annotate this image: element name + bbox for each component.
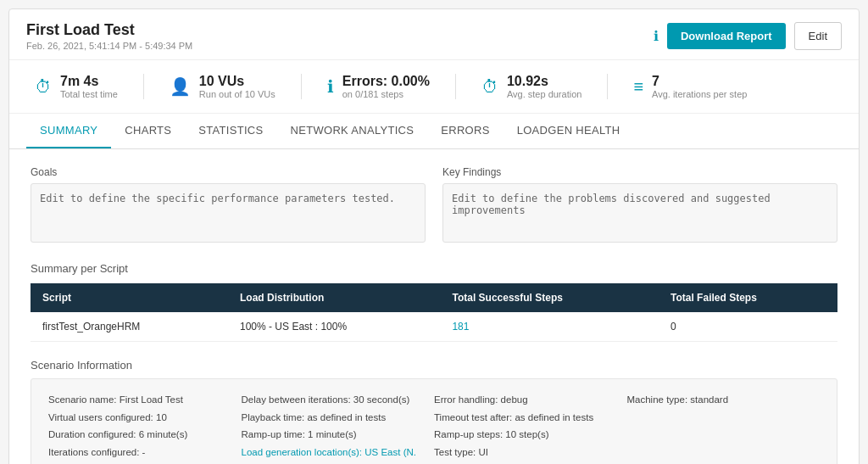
goals-label: Goals <box>31 166 426 178</box>
scenario-item: Duration configured: 6 minute(s) <box>48 426 242 444</box>
col-load-distribution: Load Distribution <box>228 283 440 312</box>
header-left: First Load Test Feb. 26, 2021, 5:41:14 P… <box>26 21 192 51</box>
scenario-item: Virtual users configured: 10 <box>48 409 242 427</box>
header-right: ℹ Download Report Edit <box>654 22 842 50</box>
tabs-bar: SUMMARY CHARTS STATISTICS NETWORK ANALYT… <box>9 114 859 149</box>
stat-value-total-test-time: 7m 4s <box>60 74 118 89</box>
tab-loadgen-health[interactable]: LOADGEN HEALTH <box>504 114 634 148</box>
scenario-item: Test type: UI <box>434 444 627 461</box>
stat-total-test-time: ⏱ 7m 4s Total test time <box>35 74 144 99</box>
scenario-item: Error handling: debug <box>434 391 627 409</box>
scenario-box: Scenario name: First Load Test Virtual u… <box>31 378 837 464</box>
stat-avg-step-duration: ⏱ 10.92s Avg. step duration <box>456 74 608 99</box>
scenario-col-2: Delay between iterations: 30 second(s) P… <box>242 391 435 464</box>
stat-label-virtual-users: Run out of 10 VUs <box>199 89 275 99</box>
users-icon: 👤 <box>170 76 191 97</box>
scenario-title: Scenario Information <box>31 359 837 372</box>
scenario-section: Scenario Information Scenario name: Firs… <box>31 359 837 464</box>
scenario-item: Scenario name: First Load Test <box>48 391 242 409</box>
cell-successful-steps: 181 <box>440 312 659 342</box>
col-failed-steps: Total Failed Steps <box>659 283 837 312</box>
highlight-text: Load generation location(s): US East (N.… <box>242 447 416 464</box>
stat-value-avg-step-duration: 10.92s <box>507 74 581 89</box>
page-title: First Load Test <box>26 21 192 39</box>
stat-value-errors: Errors: 0.00% <box>342 74 430 89</box>
header: First Load Test Feb. 26, 2021, 5:41:14 P… <box>9 9 859 60</box>
edit-button[interactable]: Edit <box>794 22 842 50</box>
col-script: Script <box>31 283 228 312</box>
stat-value-avg-iterations: 7 <box>652 74 747 89</box>
stat-label-avg-iterations: Avg. iterations per step <box>652 89 747 99</box>
stat-label-avg-step-duration: Avg. step duration <box>507 89 581 99</box>
tab-summary[interactable]: SUMMARY <box>26 114 111 148</box>
tab-charts[interactable]: CHARTS <box>111 114 185 148</box>
cell-script: firstTest_OrangeHRM <box>31 312 228 342</box>
download-report-button[interactable]: Download Report <box>667 23 786 49</box>
error-icon: ℹ <box>327 76 334 97</box>
stat-virtual-users: 👤 10 VUs Run out of 10 VUs <box>144 74 302 99</box>
col-successful-steps: Total Successful Steps <box>440 283 659 312</box>
table-row: firstTest_OrangeHRM 100% - US East : 100… <box>31 312 837 342</box>
scenario-item: Delay between iterations: 30 second(s) <box>242 391 435 409</box>
summary-section: Summary per Script Script Load Distribut… <box>31 262 837 342</box>
cell-load-distribution: 100% - US East : 100% <box>228 312 440 342</box>
summary-section-title: Summary per Script <box>31 262 837 275</box>
summary-table-header-row: Script Load Distribution Total Successfu… <box>31 283 837 312</box>
cell-failed-steps: 0 <box>659 312 837 342</box>
key-findings-textarea[interactable]: Edit to define the problems discovered a… <box>442 183 837 243</box>
clock-icon: ⏱ <box>35 77 52 97</box>
stat-errors: ℹ Errors: 0.00% on 0/181 steps <box>302 74 456 99</box>
duration-icon: ⏱ <box>481 77 498 97</box>
stat-value-virtual-users: 10 VUs <box>199 74 275 89</box>
tab-errors[interactable]: ERRORS <box>427 114 503 148</box>
page-subtitle: Feb. 26, 2021, 5:41:14 PM - 5:49:34 PM <box>26 41 192 51</box>
stats-bar: ⏱ 7m 4s Total test time 👤 10 VUs Run out… <box>9 60 859 114</box>
main-content: Goals Edit to define the specific perfor… <box>9 149 859 464</box>
scenario-item: Ramp-up steps: 10 step(s) <box>434 426 627 444</box>
goals-textarea[interactable]: Edit to define the specific performance … <box>31 183 426 243</box>
scenario-col-4: Machine type: standard <box>627 391 821 464</box>
scenario-item: Load generation location(s): US East (N.… <box>242 444 435 464</box>
info-button[interactable]: ℹ <box>654 28 659 44</box>
stat-avg-iterations: ≡ 7 Avg. iterations per step <box>608 74 772 99</box>
scenario-col-1: Scenario name: First Load Test Virtual u… <box>48 391 242 464</box>
summary-table: Script Load Distribution Total Successfu… <box>31 283 837 342</box>
scenario-item: Machine type: standard <box>627 391 821 409</box>
scenario-item: Playback time: as defined in tests <box>242 409 435 427</box>
scenario-item: Timeout test after: as defined in tests <box>434 409 627 427</box>
goals-box: Goals Edit to define the specific perfor… <box>31 166 426 245</box>
iterations-icon: ≡ <box>633 77 643 97</box>
stat-label-total-test-time: Total test time <box>60 89 118 99</box>
key-findings-label: Key Findings <box>442 166 837 178</box>
tab-statistics[interactable]: STATISTICS <box>185 114 276 148</box>
page-wrapper: First Load Test Feb. 26, 2021, 5:41:14 P… <box>8 8 860 464</box>
scenario-col-3: Error handling: debug Timeout test after… <box>434 391 627 464</box>
key-findings-box: Key Findings Edit to define the problems… <box>442 166 837 245</box>
goals-row: Goals Edit to define the specific perfor… <box>31 166 837 245</box>
tab-network-analytics[interactable]: NETWORK ANALYTICS <box>277 114 428 148</box>
scenario-item: Ramp-up time: 1 minute(s) <box>242 426 435 444</box>
scenario-item: Iterations configured: - <box>48 444 242 461</box>
stat-label-errors: on 0/181 steps <box>342 89 430 99</box>
